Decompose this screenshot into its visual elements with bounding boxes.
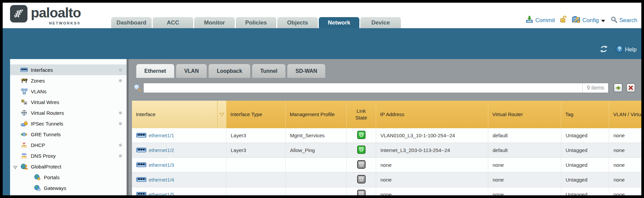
- filter-row: 9 items: [132, 82, 641, 94]
- search-button[interactable]: Search: [611, 16, 637, 25]
- tab-objects[interactable]: Objects: [277, 17, 318, 28]
- cell-link-state: [347, 172, 376, 187]
- col-header-management-profile[interactable]: Management Profile: [286, 101, 347, 128]
- sidebar-item-label: GlobalProtect: [31, 164, 61, 169]
- gateways-icon: [33, 185, 41, 191]
- vlans-icon: [20, 89, 28, 94]
- subtab-tunnel[interactable]: Tunnel: [252, 64, 286, 78]
- interface-link[interactable]: ethernet1/4: [136, 177, 174, 183]
- cell-ip-address: none: [376, 158, 488, 172]
- sidebar-item-label: Interfaces: [31, 67, 53, 73]
- ethernet-port-icon: [136, 192, 146, 195]
- cell-interface-type: [226, 187, 286, 195]
- interface-link[interactable]: ethernet1/2: [136, 147, 174, 153]
- link-up-icon: [357, 145, 366, 155]
- refresh-icon[interactable]: [599, 45, 608, 54]
- top-actions: Commit: [525, 15, 637, 25]
- ethernet-port-icon: [136, 147, 146, 153]
- gre-tunnels-icon: [20, 132, 28, 137]
- sidebar-item-gre-tunnels[interactable]: GRE Tunnels: [10, 129, 127, 140]
- svg-text:DNS: DNS: [22, 153, 26, 155]
- interface-link[interactable]: ethernet1/5: [136, 192, 174, 195]
- cell-management-profile: Mgmt_Services: [286, 128, 347, 143]
- filter-search-icon: [133, 84, 142, 94]
- link-down-icon: [357, 190, 366, 195]
- banner: ? Help: [3, 28, 641, 59]
- sidebar-item-label: GRE Tunnels: [31, 132, 61, 137]
- col-header-virtual-router[interactable]: Virtual Router: [488, 101, 561, 128]
- subtab-sdwan[interactable]: SD-WAN: [287, 64, 326, 78]
- zones-icon: [20, 78, 28, 83]
- clear-filter-button[interactable]: [626, 83, 635, 92]
- tab-device[interactable]: Device: [360, 17, 401, 28]
- cell-virtual-router: none: [488, 187, 561, 195]
- col-header-interface[interactable]: Interface: [132, 101, 217, 128]
- col-header-link-state[interactable]: Link State: [347, 101, 376, 128]
- sidebar-item-dns-proxy[interactable]: DNS DNS Proxy: [10, 150, 127, 161]
- tab-dashboard[interactable]: Dashboard: [111, 17, 152, 28]
- status-dot: [119, 122, 122, 125]
- tab-monitor[interactable]: Monitor: [194, 17, 235, 28]
- sidebar-item-gateways[interactable]: Gateways: [10, 183, 127, 193]
- sidebar-item-dhcp[interactable]: IP DHCP: [10, 140, 127, 150]
- cell-virtual-router: default: [488, 143, 561, 157]
- interface-link[interactable]: ethernet1/3: [136, 162, 174, 168]
- main-nav: Dashboard ACC Monitor Policies Objects N…: [111, 17, 401, 28]
- lock-button[interactable]: [560, 15, 567, 25]
- apply-filter-button[interactable]: [614, 83, 623, 92]
- link-up-icon: [357, 131, 366, 140]
- cell-interface-type: Layer3: [226, 143, 286, 157]
- expand-arrow-icon[interactable]: [13, 165, 17, 170]
- col-header-interface-type[interactable]: Interface Type: [226, 101, 286, 128]
- col-header-ip-address[interactable]: IP Address: [376, 101, 488, 128]
- svg-text:?: ?: [618, 46, 621, 52]
- sort-triangle-icon: [219, 113, 224, 116]
- cell-tag: Untagged: [561, 158, 609, 172]
- cell-interface-type: [226, 172, 286, 187]
- cell-ip-address: none: [376, 187, 488, 195]
- interface-link[interactable]: ethernet1/1: [136, 133, 174, 138]
- ipsec-tunnels-icon: [20, 121, 28, 127]
- left-accent-strip: [3, 59, 10, 195]
- subtab-vlan[interactable]: VLAN: [176, 64, 207, 78]
- col-header-tag[interactable]: Tag: [561, 101, 609, 128]
- cell-link-state: [347, 158, 376, 172]
- table-header: Interface Interface Type Management Prof…: [132, 101, 641, 128]
- col-header-vlan-virtual-wire[interactable]: VLAN / Virtual Wire: [609, 101, 641, 128]
- clear-filter-x-icon: [628, 85, 633, 90]
- tab-network[interactable]: Network: [319, 17, 359, 28]
- status-dot: [119, 144, 122, 147]
- help-icon[interactable]: ?: [616, 45, 624, 54]
- sidebar-item-label: VLANs: [31, 89, 47, 94]
- paloalto-logo-icon: [10, 5, 27, 22]
- help-label[interactable]: Help: [625, 46, 637, 53]
- cell-tag: Untagged: [561, 172, 609, 187]
- sidebar-item-vlans[interactable]: VLANs: [10, 86, 127, 97]
- cell-vlan: none: [609, 172, 641, 187]
- filter-input[interactable]: [144, 83, 582, 93]
- tab-acc[interactable]: ACC: [153, 17, 193, 28]
- ethernet-port-icon: [136, 133, 146, 138]
- sidebar-item-virtual-routers[interactable]: Virtual Routers: [10, 107, 127, 118]
- link-down-icon: [357, 175, 366, 185]
- sidebar-item-virtual-wires[interactable]: Virtual Wires: [10, 97, 127, 107]
- ethernet-port-icon: [136, 162, 146, 168]
- sidebar-item-interfaces[interactable]: Interfaces: [10, 64, 127, 75]
- config-icon: [572, 15, 581, 25]
- sort-dropdown-button[interactable]: [217, 101, 226, 128]
- sidebar-item-zones[interactable]: Zones: [10, 75, 127, 86]
- subtab-loopback[interactable]: Loopback: [208, 64, 251, 78]
- tab-policies[interactable]: Policies: [236, 17, 276, 28]
- subtab-ethernet[interactable]: Ethernet: [136, 64, 174, 78]
- commit-button[interactable]: Commit: [525, 15, 555, 25]
- portals-icon: [33, 174, 41, 180]
- config-menu-button[interactable]: Config: [572, 15, 605, 25]
- cell-link-state: [347, 143, 376, 157]
- sidebar-item-portals[interactable]: Portals: [10, 172, 127, 183]
- cell-link-state: [347, 128, 376, 143]
- interfaces-icon: [20, 67, 28, 72]
- sidebar-item-globalprotect[interactable]: GlobalProtect: [10, 161, 127, 172]
- chevron-down-icon: [601, 20, 605, 22]
- sidebar-item-ipsec-tunnels[interactable]: IPSec Tunnels: [10, 118, 127, 129]
- status-dot: [119, 154, 122, 157]
